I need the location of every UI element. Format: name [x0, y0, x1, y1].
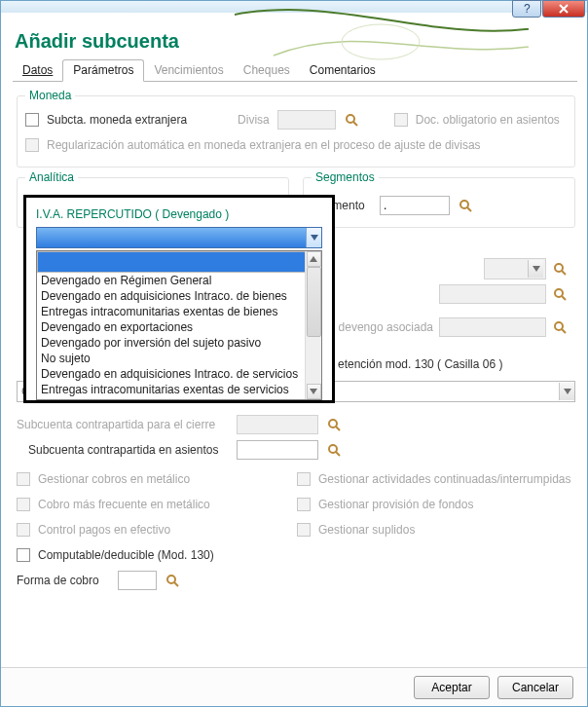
input-segmento[interactable] [380, 196, 450, 215]
label-retencion-partial: etención mod. 130 ( Casilla 06 ) [338, 357, 502, 371]
search-icon[interactable] [552, 319, 568, 335]
tab-comentarios[interactable]: Comentarios [300, 60, 386, 81]
checkbox-computable[interactable] [17, 548, 30, 562]
iva-dropdown-panel: I.V.A. REPERCUTIDO ( Devengado ) Devenga… [23, 195, 335, 403]
iva-combobox[interactable] [36, 227, 322, 248]
tabstrip: Datos Parámetros Vencimientos Cheques Co… [13, 60, 577, 82]
label-subcta-extranjera: Subcta. moneda extranjera [47, 113, 187, 127]
checkbox-cobro-mas-freq[interactable] [17, 498, 30, 511]
tab-vencimientos[interactable]: Vencimientos [144, 60, 233, 81]
search-icon[interactable] [326, 417, 342, 432]
label-doc-obligatorio: Doc. obligatorio en asientos [416, 113, 560, 127]
tab-datos[interactable]: Datos [13, 60, 62, 81]
search-icon[interactable] [326, 442, 342, 458]
svg-line-11 [562, 296, 566, 300]
dialog-title: Añadir subcuenta [1, 13, 587, 56]
iva-option[interactable]: Devengado en Régimen General [37, 273, 321, 288]
checkbox-control-pagos[interactable] [17, 523, 30, 537]
search-icon[interactable] [344, 112, 359, 128]
help-button[interactable]: ? [512, 0, 541, 18]
chevron-down-icon [306, 228, 321, 247]
label-divisa: Divisa [238, 113, 270, 127]
group-moneda: Moneda Subcta. moneda extranjera Divisa … [17, 95, 575, 167]
label-contrapartida-asientos: Subcuenta contrapartida en asientos [17, 443, 229, 457]
svg-point-6 [460, 201, 468, 208]
svg-point-12 [555, 322, 563, 330]
combo-right-small[interactable] [484, 258, 546, 279]
label-forma-cobro: Forma de cobro [17, 574, 110, 587]
input-forma-cobro[interactable] [118, 571, 157, 590]
checkbox-subcta-extranjera[interactable] [25, 113, 39, 127]
iva-option[interactable]: Devengado por inversión del sujeto pasiv… [37, 335, 321, 351]
tab-parametros[interactable]: Parámetros [62, 59, 144, 82]
iva-option[interactable]: Entregas Intraco. ex tras import ex (imp… [37, 397, 321, 400]
svg-point-16 [329, 445, 337, 453]
legend-analitica: Analítica [25, 170, 78, 184]
group-segmentos: Segmentos Segmento [303, 177, 575, 228]
scroll-thumb[interactable] [307, 267, 321, 337]
cancel-button[interactable]: Cancelar [497, 676, 573, 699]
svg-point-2 [347, 115, 354, 123]
scroll-down-icon[interactable] [307, 384, 321, 399]
iva-option[interactable]: Entregas intracomunitarias exentas de se… [37, 382, 321, 397]
input-right-1[interactable] [439, 284, 546, 304]
dialog-footer: Aceptar Cancelar [1, 667, 587, 706]
checkbox-gest-suplidos[interactable] [297, 523, 311, 537]
input-divisa[interactable] [277, 110, 336, 130]
label-gest-prov-fondos: Gestionar provisión de fondos [318, 498, 473, 511]
input-cuenta-devengo[interactable] [439, 317, 546, 337]
svg-line-3 [353, 122, 357, 126]
search-icon[interactable] [552, 286, 568, 302]
input-contrapartida-asientos[interactable] [237, 440, 318, 460]
label-gest-suplidos: Gestionar suplidos [318, 523, 415, 537]
scroll-up-icon[interactable] [307, 251, 321, 267]
iva-option[interactable]: No sujeto [37, 351, 321, 366]
label-control-pagos: Control pagos en efectivo [38, 523, 170, 537]
svg-point-10 [555, 289, 563, 297]
svg-line-13 [562, 329, 566, 333]
svg-line-17 [336, 452, 340, 456]
svg-point-14 [329, 420, 337, 428]
svg-line-7 [467, 207, 471, 211]
label-contrapartida-cierre: Subcuenta contrapartida para el cierre [17, 418, 229, 431]
svg-text:?: ? [524, 3, 531, 15]
scroll-track[interactable] [307, 267, 321, 384]
checkbox-gest-cobros-metalico[interactable] [17, 472, 30, 486]
checkbox-regul-auto[interactable] [25, 138, 39, 152]
svg-line-15 [336, 427, 340, 430]
label-gest-actividades: Gestionar actividades continuadas/interr… [318, 472, 570, 486]
checkbox-gest-prov-fondos[interactable] [297, 498, 311, 511]
search-icon[interactable] [552, 261, 568, 277]
iva-option[interactable] [37, 251, 321, 273]
titlebar: ? [1, 1, 587, 13]
iva-option[interactable]: Entregas intracomunitarias exentas de bi… [37, 304, 321, 319]
dialog-window: ? Añadir subcuenta Datos Parámetros Venc… [0, 0, 588, 707]
iva-option-list: Devengado en Régimen GeneralDevengado en… [36, 250, 322, 400]
chevron-down-icon [528, 260, 543, 278]
search-icon[interactable] [165, 573, 180, 588]
legend-moneda: Moneda [25, 89, 75, 102]
search-icon[interactable] [458, 198, 473, 213]
input-contrapartida-cierre[interactable] [237, 415, 318, 434]
scrollbar[interactable] [305, 251, 321, 399]
iva-option[interactable]: Devengado en exportaciones [37, 319, 321, 335]
tab-cheques[interactable]: Cheques [234, 60, 300, 81]
checkbox-gest-actividades[interactable] [297, 472, 311, 486]
legend-segmentos: Segmentos [312, 170, 379, 184]
accept-button[interactable]: Aceptar [414, 676, 490, 699]
iva-option[interactable]: Devengado en adquisiciones Intraco. de s… [37, 366, 321, 382]
label-computable: Computable/deducible (Mod. 130) [38, 548, 214, 562]
chevron-down-icon [559, 383, 574, 400]
svg-point-8 [555, 264, 563, 272]
svg-line-19 [174, 582, 178, 586]
label-regul-auto: Regularización automática en moneda extr… [47, 138, 481, 152]
iva-title: I.V.A. REPERCUTIDO ( Devengado ) [36, 207, 322, 221]
svg-point-18 [167, 576, 175, 583]
svg-line-9 [562, 271, 566, 275]
label-gest-cobros-metalico: Gestionar cobros en metálico [38, 472, 190, 486]
label-cobro-mas-freq: Cobro más frecuente en metálico [38, 498, 210, 511]
iva-option[interactable]: Devengado en adquisiciones Intraco. de b… [37, 288, 321, 304]
checkbox-doc-obligatorio[interactable] [394, 113, 408, 127]
close-button[interactable] [542, 0, 585, 18]
